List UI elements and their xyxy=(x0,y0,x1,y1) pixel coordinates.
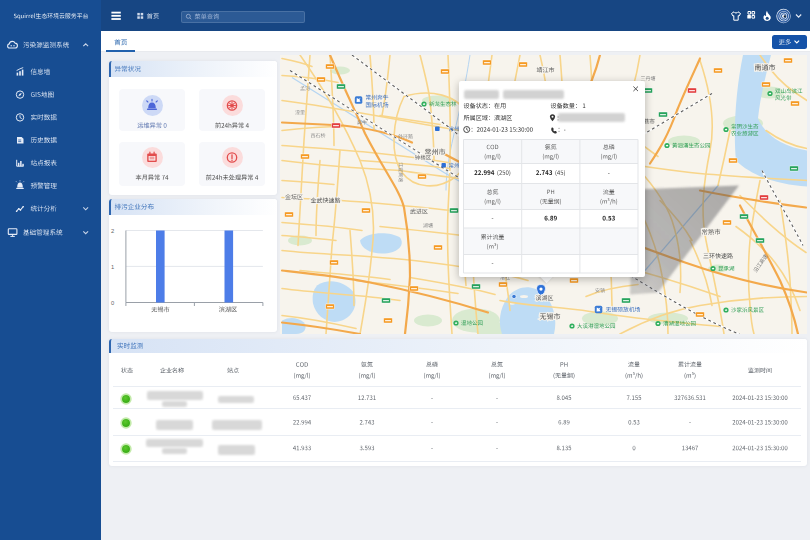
svg-text:0: 0 xyxy=(110,300,113,306)
svg-text:2: 2 xyxy=(110,228,113,234)
svg-text:1: 1 xyxy=(110,264,113,270)
